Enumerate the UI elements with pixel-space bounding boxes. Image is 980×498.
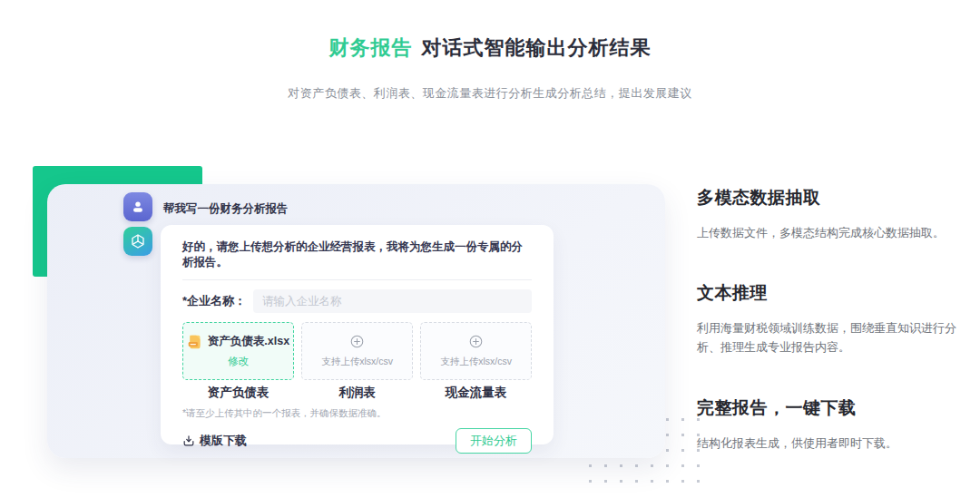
upload-note: *请至少上传其中的一个报表，并确保数据准确。 xyxy=(182,407,532,420)
bot-avatar xyxy=(123,227,152,256)
upload-hint: 支持上传xlsx/csv xyxy=(440,356,512,368)
feature-title: 多模态数据抽取 xyxy=(697,186,971,210)
plus-icon xyxy=(468,334,484,349)
title-highlight: 财务报告 xyxy=(329,36,413,59)
feature-desc: 利用海量财税领域训练数据，围绕垂直知识进行分析、推理生成专业报告内容。 xyxy=(697,318,971,356)
company-name-input[interactable] xyxy=(253,289,532,313)
download-icon xyxy=(182,435,195,447)
feature-title: 文本推理 xyxy=(697,281,971,305)
upload-label-cash-flow: 现金流量表 xyxy=(420,385,532,401)
upload-label-balance-sheet: 资产负债表 xyxy=(182,385,294,401)
upload-row: 资产负债表.xlsx 修改 支持上传xlsx/csv xyxy=(182,322,532,380)
user-message: 帮我写一份财务分析报告 xyxy=(163,201,289,217)
upload-hint: 支持上传xlsx/csv xyxy=(321,356,393,368)
feature-title: 完整报告，一键下载 xyxy=(697,396,971,420)
start-analysis-button[interactable]: 开始分析 xyxy=(456,428,532,454)
feature-desc: 结构化报表生成，供使用者即时下载。 xyxy=(697,434,971,453)
company-name-row: *企业名称： xyxy=(182,289,532,313)
bot-logo-icon xyxy=(129,232,147,250)
card-footer: 模版下载 开始分析 xyxy=(182,428,532,454)
hero: 财务报告对话式智能输出分析结果 对资产负债表、利润表、现金流量表进行分析生成分析… xyxy=(0,34,980,102)
divider xyxy=(182,279,532,280)
user-avatar xyxy=(123,192,152,221)
title-rest: 对话式智能输出分析结果 xyxy=(422,36,652,59)
modify-link[interactable]: 修改 xyxy=(228,355,249,368)
company-name-label: *企业名称： xyxy=(182,293,246,309)
template-download-label: 模版下载 xyxy=(200,433,247,449)
bot-message: 好的，请您上传想分析的企业经营报表，我将为您生成一份专属的分析报告。 xyxy=(182,239,532,270)
upload-labels-row: 资产负债表 利润表 现金流量表 xyxy=(182,385,532,401)
chat-card: 帮我写一份财务分析报告 好的，请您上传想分析的企业经营报表，我将为您生成一份专属… xyxy=(47,184,665,458)
upload-box-cash-flow[interactable]: 支持上传xlsx/csv xyxy=(420,322,532,380)
plus-icon xyxy=(349,334,365,349)
upload-box-income-statement[interactable]: 支持上传xlsx/csv xyxy=(301,322,413,380)
feature-desc: 上传数据文件，多模态结构完成核心数据抽取。 xyxy=(697,223,971,242)
uploaded-file: 资产负债表.xlsx xyxy=(187,334,289,349)
page-title: 财务报告对话式智能输出分析结果 xyxy=(0,34,980,62)
bot-reply-card: 好的，请您上传想分析的企业经营报表，我将为您生成一份专属的分析报告。 *企业名称… xyxy=(161,225,554,444)
file-icon xyxy=(187,334,202,349)
feature-report-download: 完整报告，一键下载 结构化报表生成，供使用者即时下载。 xyxy=(697,396,971,453)
template-download-button[interactable]: 模版下载 xyxy=(182,433,247,449)
upload-label-income-statement: 利润表 xyxy=(301,385,413,401)
page: 财务报告对话式智能输出分析结果 对资产负债表、利润表、现金流量表进行分析生成分析… xyxy=(0,0,980,498)
page-subtitle: 对资产负债表、利润表、现金流量表进行分析生成分析总结，提出发展建议 xyxy=(0,85,980,102)
person-icon xyxy=(130,199,146,215)
feature-multimodal-extraction: 多模态数据抽取 上传数据文件，多模态结构完成核心数据抽取。 xyxy=(697,186,971,242)
upload-box-balance-sheet[interactable]: 资产负债表.xlsx 修改 xyxy=(182,322,294,380)
feature-text-reasoning: 文本推理 利用海量财税领域训练数据，围绕垂直知识进行分析、推理生成专业报告内容。 xyxy=(697,281,971,356)
uploaded-file-name: 资产负债表.xlsx xyxy=(208,334,289,349)
